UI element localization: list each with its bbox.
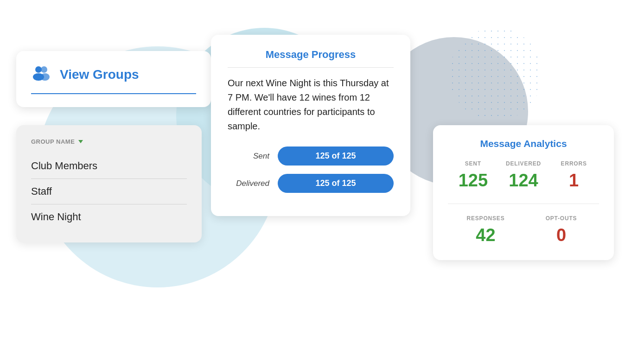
group-name-label: GROUP NAME	[31, 138, 75, 145]
delivered-label: Delivered	[228, 179, 269, 188]
opt-outs-header: OPT-OUTS	[523, 215, 599, 222]
sent-value: 125	[448, 171, 498, 191]
cards-wrapper: View Groups GROUP NAME Club Members Staf…	[0, 0, 644, 344]
svg-point-1	[41, 66, 47, 73]
responses-value: 42	[448, 225, 523, 245]
list-item[interactable]: Staff	[31, 179, 187, 204]
delivered-pill: 125 of 125	[278, 174, 394, 193]
groups-icon	[31, 64, 51, 85]
view-groups-inner: View Groups	[31, 64, 196, 94]
view-groups-card: View Groups	[16, 51, 211, 107]
analytics-divider	[448, 204, 599, 204]
delivered-row: Delivered 125 of 125	[228, 174, 394, 193]
delivered-value: 124	[498, 171, 549, 191]
svg-point-3	[40, 73, 50, 81]
analytics-delivered: DELIVERED 124	[498, 160, 549, 191]
list-item[interactable]: Wine Night	[31, 204, 187, 229]
sent-label: Sent	[228, 152, 269, 161]
opt-outs-value: 0	[523, 225, 599, 245]
groups-list-card: GROUP NAME Club Members Staff Wine Night	[16, 125, 202, 242]
analytics-responses: RESPONSES 42	[448, 215, 523, 245]
analytics-errors: ERRORS 1	[548, 160, 599, 191]
analytics-bottom-row: RESPONSES 42 OPT-OUTS 0	[448, 215, 599, 245]
sent-header: SENT	[448, 160, 498, 167]
sent-row: Sent 125 of 125	[228, 147, 394, 166]
dropdown-arrow-icon[interactable]	[78, 140, 83, 143]
view-groups-label[interactable]: View Groups	[60, 67, 139, 82]
sent-pill: 125 of 125	[278, 147, 394, 166]
analytics-sent: SENT 125	[448, 160, 498, 191]
responses-header: RESPONSES	[448, 215, 523, 222]
analytics-top-row: SENT 125 DELIVERED 124 ERRORS 1	[448, 160, 599, 191]
analytics-title: Message Analytics	[448, 138, 599, 149]
errors-header: ERRORS	[548, 160, 599, 167]
delivered-header: DELIVERED	[498, 160, 549, 167]
svg-point-0	[35, 66, 42, 73]
message-progress-title: Message Progress	[228, 49, 394, 68]
group-name-header: GROUP NAME	[31, 138, 187, 145]
list-item[interactable]: Club Members	[31, 153, 187, 179]
message-progress-card: Message Progress Our next Wine Night is …	[211, 35, 410, 216]
message-progress-body: Our next Wine Night is this Thursday at …	[228, 76, 394, 134]
message-analytics-card: Message Analytics SENT 125 DELIVERED 124…	[433, 125, 614, 260]
analytics-opt-outs: OPT-OUTS 0	[523, 215, 599, 245]
errors-value: 1	[548, 171, 599, 191]
